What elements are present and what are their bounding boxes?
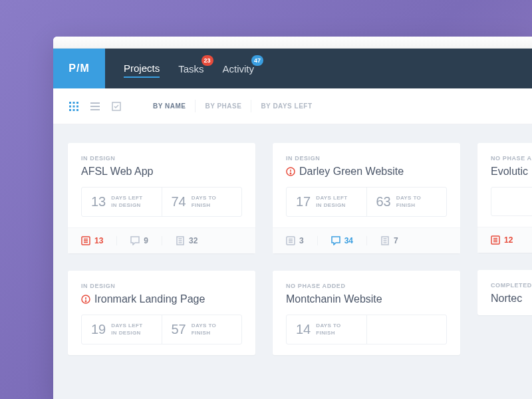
project-title: Darley Green Website <box>299 166 404 178</box>
column: IN DESIGN Darley Green Website 17 DAYS L… <box>273 143 460 380</box>
sort-by-phase[interactable]: BY PHASE <box>196 100 251 112</box>
column: NO PHASE A Evolutic 12 COMPLETED <box>477 143 532 380</box>
project-card[interactable]: COMPLETED Nortec <box>477 270 532 315</box>
project-card[interactable]: IN DESIGN Ironmark Landing Page 19 DAYS … <box>68 271 255 355</box>
nav-activity[interactable]: Activity 47 <box>223 61 255 77</box>
tasks-icon <box>491 235 500 245</box>
svg-rect-2 <box>76 102 78 104</box>
logo[interactable]: P/M <box>53 49 105 88</box>
project-card[interactable]: IN DESIGN Darley Green Website 17 DAYS L… <box>273 143 460 253</box>
project-title: Evolutic <box>491 166 528 178</box>
badge-tasks: 23 <box>201 55 213 66</box>
sort-group: BY NAME BY PHASE BY DAYS LEFT <box>144 100 322 112</box>
stats: 19 DAYS LEFTIN DESIGN 57 DAYS TOFINISH <box>81 315 242 344</box>
phase-label: NO PHASE ADDED <box>286 283 447 289</box>
svg-rect-5 <box>76 105 78 107</box>
svg-rect-3 <box>69 105 71 107</box>
stat-number: 14 <box>296 322 311 337</box>
stat-number: 63 <box>376 194 391 209</box>
stat-number: 19 <box>91 322 106 337</box>
nav: Projects Tasks 23 Activity 47 <box>105 49 254 88</box>
alert-icon <box>81 295 90 304</box>
svg-rect-11 <box>90 109 100 110</box>
svg-rect-0 <box>69 102 71 104</box>
stats: 14 DAYS TOFINISH <box>286 315 447 344</box>
project-card[interactable]: IN DESIGN AFSL Web App 13 DAYS LEFTIN DE… <box>68 143 255 253</box>
meta-files[interactable]: 32 <box>176 236 198 245</box>
meta-comments[interactable]: 34 <box>331 236 367 245</box>
project-card[interactable]: NO PHASE A Evolutic 12 <box>477 143 532 253</box>
tasks-icon <box>286 236 295 245</box>
content: IN DESIGN AFSL Web App 13 DAYS LEFTIN DE… <box>53 124 532 399</box>
phase-label: IN DESIGN <box>81 283 242 289</box>
card-meta: 13 9 32 <box>68 227 255 253</box>
sort-by-days[interactable]: BY DAYS LEFT <box>251 100 321 112</box>
meta-files[interactable]: 7 <box>380 236 398 245</box>
phase-label: NO PHASE A <box>491 155 532 162</box>
meta-tasks[interactable]: 3 <box>286 236 318 245</box>
stat-number: 17 <box>296 194 311 209</box>
svg-rect-9 <box>90 102 100 104</box>
sort-by-name[interactable]: BY NAME <box>144 100 196 112</box>
card-meta: 12 <box>477 227 532 253</box>
grid-view-icon[interactable] <box>68 100 80 112</box>
nav-tasks[interactable]: Tasks 23 <box>178 61 203 77</box>
nav-label: Projects <box>124 63 160 74</box>
nav-label: Activity <box>223 63 255 74</box>
phase-label: COMPLETED <box>491 282 532 289</box>
comment-icon <box>130 236 140 245</box>
stats: 17 DAYS LEFTIN DESIGN 63 DAYS TOFINISH <box>286 187 447 217</box>
project-title: Ironmark Landing Page <box>94 293 205 305</box>
check-view-icon[interactable] <box>110 100 122 112</box>
svg-point-23 <box>85 301 86 301</box>
phase-label: IN DESIGN <box>286 155 447 162</box>
card-meta: 3 34 7 <box>273 227 460 253</box>
comment-icon <box>331 236 340 245</box>
svg-rect-8 <box>76 109 78 111</box>
doc-icon <box>380 236 390 245</box>
meta-tasks[interactable]: 12 <box>491 235 513 245</box>
svg-rect-4 <box>73 105 75 107</box>
meta-tasks[interactable]: 13 <box>81 236 117 245</box>
app-window: P/M Projects Tasks 23 Activity 47 BY NA <box>53 37 532 399</box>
phase-label: IN DESIGN <box>81 155 242 162</box>
header: P/M Projects Tasks 23 Activity 47 <box>53 49 532 88</box>
window-titlebar <box>53 37 532 49</box>
alert-icon <box>286 167 295 176</box>
doc-icon <box>176 236 185 245</box>
nav-label: Tasks <box>178 63 203 74</box>
svg-point-26 <box>290 173 291 174</box>
svg-rect-7 <box>73 109 75 111</box>
project-title: AFSL Web App <box>81 166 154 178</box>
svg-rect-6 <box>69 109 71 111</box>
stat-number: 57 <box>172 322 186 337</box>
toolbar: BY NAME BY PHASE BY DAYS LEFT <box>53 88 532 124</box>
column: IN DESIGN AFSL Web App 13 DAYS LEFTIN DE… <box>68 143 255 380</box>
stats: 13 DAYS LEFTIN DESIGN 74 DAYS TOFINISH <box>81 187 242 217</box>
project-card[interactable]: NO PHASE ADDED Montchanin Website 14 DAY… <box>273 271 460 355</box>
project-title: Nortec <box>491 293 522 305</box>
stats <box>491 187 532 216</box>
svg-rect-1 <box>73 102 75 104</box>
stat-number: 13 <box>91 194 106 209</box>
svg-rect-10 <box>90 106 100 107</box>
list-view-icon[interactable] <box>89 100 101 112</box>
meta-comments[interactable]: 9 <box>130 236 162 245</box>
stat-number: 74 <box>172 194 186 209</box>
tasks-icon <box>81 236 90 245</box>
nav-projects[interactable]: Projects <box>124 60 160 78</box>
project-title: Montchanin Website <box>286 293 382 305</box>
badge-activity: 47 <box>251 55 263 66</box>
